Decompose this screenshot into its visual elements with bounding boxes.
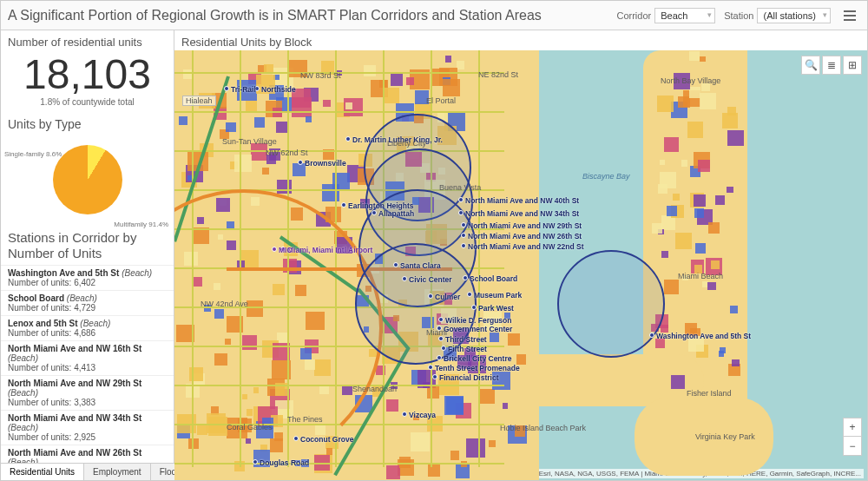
station-dot xyxy=(393,262,398,267)
station-label: Miami, Miami Intl Airport xyxy=(287,246,372,254)
place-label: Shenandoah xyxy=(352,385,397,393)
station-label: School Board xyxy=(470,274,517,283)
station-label: Tri-Rail xyxy=(231,85,256,94)
place-label: NW 42nd Ave xyxy=(201,300,248,308)
list-item[interactable]: Lenox and 5th St (Beach)Number of units:… xyxy=(1,316,174,341)
place-label: NW 83rd St xyxy=(300,71,341,80)
station-label: North Miami Ave and NW 29th St xyxy=(468,221,582,230)
units-by-type-chart: Single-family 8.6% Multifamily 91.4% xyxy=(1,135,174,230)
map-title: Residential Units by Block xyxy=(174,30,867,50)
list-item[interactable]: North Miami Ave and NW 16th St (Beach)Nu… xyxy=(1,341,174,376)
station-label: Museum Park xyxy=(474,291,522,300)
station-label: Brickell City Centre xyxy=(444,354,511,363)
map-canvas[interactable]: 🔍 ≣ ⊞ + − Esri, NASA, NGA, USGS, FEMA | … xyxy=(174,50,867,480)
station-label: Allapattah xyxy=(378,209,414,218)
place-label: Virginia Key Park xyxy=(695,432,755,441)
stations-list[interactable]: Washington Ave and 5th St (Beach)Number … xyxy=(1,265,174,463)
station-label: Wilkie D. Ferguson xyxy=(445,316,511,325)
station-label: Brownsville xyxy=(305,159,346,168)
place-label: Sun-Tan Village xyxy=(222,137,277,146)
station-label: Washington Ave and 5th St xyxy=(656,332,751,340)
station-dot xyxy=(471,305,477,310)
station-dot xyxy=(224,86,229,91)
station-dot xyxy=(438,317,444,322)
place-label: Coral Gables xyxy=(227,423,273,432)
place-label: The Pines xyxy=(287,415,323,424)
station-label: Park West xyxy=(478,304,514,313)
station-dot xyxy=(467,292,472,297)
basemap-icon[interactable]: ⊞ xyxy=(843,56,862,75)
place-label: Hobie Island Beach Park xyxy=(500,424,586,432)
place-label: Hialeah xyxy=(182,96,216,106)
station-label: Vizcaya xyxy=(409,411,436,419)
station-dot xyxy=(428,365,433,370)
station-label: North Miami Ave and NW 40th St xyxy=(465,196,579,205)
station-dot xyxy=(441,346,446,351)
place-label: Buena Vista xyxy=(439,183,481,192)
stations-list-title: Stations in Corridor by Number of Units xyxy=(1,230,174,261)
place-label: North Bay Village xyxy=(661,76,720,85)
station-dot xyxy=(272,247,277,252)
list-item[interactable]: North Miami Ave and NW 34th St (Beach)Nu… xyxy=(1,411,174,445)
station-label: Northside xyxy=(261,85,296,94)
station-label: Coconut Grove xyxy=(300,435,353,444)
station-dot xyxy=(432,374,437,379)
place-label: Biscayne Bay xyxy=(582,172,630,181)
station-label: Douglas Road xyxy=(260,458,309,467)
tab-residential-units[interactable]: Residential Units xyxy=(1,464,84,480)
station-label: Culmer xyxy=(435,293,460,301)
search-icon[interactable]: 🔍 xyxy=(801,56,820,75)
station-dot xyxy=(253,459,258,465)
station-dot xyxy=(463,275,468,280)
station-label: North Miami Ave and NW 22nd St xyxy=(468,242,584,251)
place-label: Fisher Island xyxy=(687,389,732,398)
tab-employment[interactable]: Employment xyxy=(84,464,151,480)
station-label: Government Center xyxy=(444,325,512,333)
station-label: Fifth Street xyxy=(448,345,487,353)
zoom-out-button[interactable]: − xyxy=(843,437,862,456)
kpi-title: Number of residential units xyxy=(1,30,174,50)
station-dot xyxy=(345,136,351,142)
hamburger-menu-icon[interactable] xyxy=(839,5,860,26)
list-item[interactable]: Washington Ave and 5th St (Beach)Number … xyxy=(1,266,174,291)
station-label: Third Street xyxy=(445,335,487,344)
legend-icon[interactable]: ≣ xyxy=(822,56,841,75)
list-item[interactable]: School Board (Beach)Number of units: 4,7… xyxy=(1,291,174,316)
road xyxy=(174,111,504,113)
station-dot xyxy=(458,197,464,202)
station-dot xyxy=(461,222,466,227)
corridor-filter[interactable]: Corridor Beach xyxy=(616,8,715,23)
station-dot xyxy=(458,210,464,215)
station-label: North Miami Ave and NW 34th St xyxy=(465,209,579,218)
kpi-value: 18,103 xyxy=(1,50,174,97)
station-dot xyxy=(649,333,654,338)
station-dot xyxy=(461,243,466,248)
station-dot xyxy=(461,233,466,238)
list-item[interactable]: North Miami Ave and NW 26th St (Beach) xyxy=(1,445,174,463)
station-dot xyxy=(437,355,442,360)
station-select[interactable]: (All stations) xyxy=(757,8,831,23)
pie-label-multi: Multifamily 91.4% xyxy=(114,221,168,228)
place-label: El Portal xyxy=(426,96,456,105)
station-label: North Miami Ave and NW 26th St xyxy=(468,232,582,240)
corridor-label: Corridor xyxy=(616,10,651,21)
place-label: NE 82nd St xyxy=(478,70,518,79)
station-label: Tenth Street Promenade xyxy=(435,364,520,372)
station-label: Santa Clara xyxy=(400,261,441,270)
station-dot xyxy=(293,436,299,441)
zoom-in-button[interactable]: + xyxy=(843,418,862,437)
station-area-circle xyxy=(557,250,665,358)
place-label: Miami Beach xyxy=(678,272,723,280)
page-title: A Significant Portion of Regional Growth… xyxy=(8,8,608,23)
station-dot xyxy=(402,412,407,417)
station-label: Financial District xyxy=(439,373,499,382)
list-item[interactable]: North Miami Ave and NW 29th St (Beach)Nu… xyxy=(1,376,174,411)
corridor-select[interactable]: Beach xyxy=(654,8,715,23)
pie-title: Units by Type xyxy=(1,114,174,135)
station-dot xyxy=(298,160,303,165)
pie-chart xyxy=(53,145,122,214)
station-filter[interactable]: Station (All stations) xyxy=(724,8,831,23)
pie-label-single: Single-family 8.6% xyxy=(4,150,62,158)
station-label: Earlington Heights xyxy=(348,201,414,210)
station-dot xyxy=(341,202,346,208)
